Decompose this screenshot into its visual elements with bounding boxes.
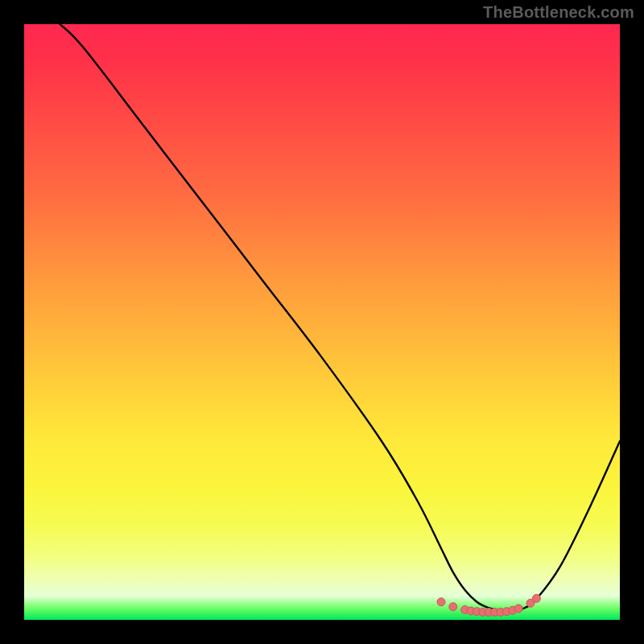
curve-dot	[514, 605, 522, 613]
curve-minimum-dots	[437, 594, 540, 616]
curve-dot	[532, 594, 540, 602]
curve-dot	[449, 603, 457, 611]
chart-frame: TheBottleneck.com	[0, 0, 644, 644]
curve-dot	[437, 598, 445, 606]
chart-plot-area	[24, 24, 620, 620]
chart-svg	[24, 24, 620, 620]
bottleneck-curve-line	[60, 24, 620, 611]
watermark-text: TheBottleneck.com	[483, 3, 634, 22]
